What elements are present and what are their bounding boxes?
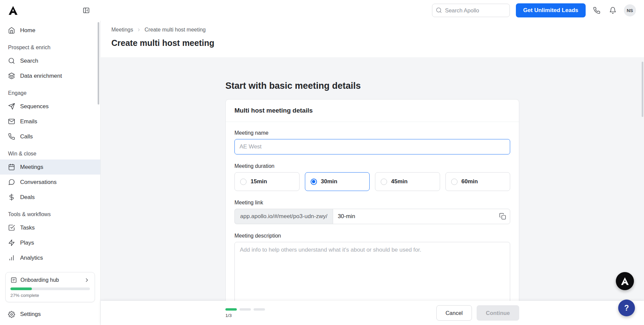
meeting-name-input[interactable]: [234, 139, 510, 154]
onboarding-progress-track: [10, 287, 90, 290]
avatar[interactable]: NS: [624, 4, 636, 16]
question-mark-icon: ?: [624, 304, 629, 313]
send-icon: [8, 103, 15, 110]
step-bar-1: [225, 308, 237, 311]
onboarding-progress-fill: [10, 287, 32, 290]
radio-icon: [381, 179, 387, 185]
card-title: Multi host meeting details: [234, 107, 510, 114]
footer-actions: Cancel Continue: [436, 305, 519, 321]
sidebar-item-label: Tasks: [20, 224, 35, 231]
apollo-logo-icon[interactable]: [8, 5, 18, 15]
sidebar-item-label: Plays: [20, 240, 34, 246]
main-area: Meetings Create multi host meeting Creat…: [101, 21, 644, 325]
sidebar-item-deals[interactable]: Deals: [0, 190, 100, 205]
sidebar-nav: Home Prospect & enrich Search Data enric…: [0, 21, 100, 269]
search-input[interactable]: [432, 4, 510, 17]
sidebar-item-search[interactable]: Search: [0, 53, 100, 68]
onboarding-progress-text: 27% complete: [10, 293, 90, 298]
meeting-name-field: Meeting name: [234, 130, 510, 154]
sidebar-item-label: Search: [20, 58, 38, 64]
card-header: Multi host meeting details: [226, 100, 519, 122]
step-progress: 1/3: [225, 308, 265, 318]
copy-icon[interactable]: [499, 213, 506, 220]
section-heading: Start with basic meeting details: [225, 81, 519, 91]
search-icon: [8, 57, 15, 64]
sidebar-item-label: Analytics: [20, 255, 43, 261]
onboarding-label: Onboarding hub: [20, 277, 59, 283]
sidebar-item-home[interactable]: Home: [0, 23, 100, 38]
sidebar-item-label: Sequences: [20, 103, 49, 110]
sidebar-section-engage: Engage: [0, 83, 100, 99]
breadcrumb-meetings-link[interactable]: Meetings: [111, 27, 133, 33]
step-bars: [225, 308, 265, 311]
sidebar-item-label: Conversations: [20, 179, 57, 186]
duration-options: 15min 30min 45min: [234, 172, 510, 191]
sidebar-section-prospect: Prospect & enrich: [0, 38, 100, 53]
meeting-description-input[interactable]: [234, 242, 510, 301]
sidebar-item-data-enrichment[interactable]: Data enrichment: [0, 68, 100, 83]
layers-icon: [8, 72, 15, 79]
gear-icon: [8, 311, 15, 318]
calendar-icon: [8, 164, 15, 171]
sidebar-item-label: Meetings: [20, 164, 43, 171]
apollo-assistant-button[interactable]: [616, 272, 634, 290]
onboarding-hub-card[interactable]: Onboarding hub 27% complete: [5, 272, 95, 302]
sidebar-item-emails[interactable]: Emails: [0, 114, 100, 129]
sidebar-toggle-icon[interactable]: [81, 5, 91, 15]
duration-option-45min[interactable]: 45min: [375, 172, 440, 191]
sidebar-item-calls[interactable]: Calls: [0, 129, 100, 144]
phone-icon[interactable]: [592, 5, 602, 15]
sidebar-item-label: Emails: [20, 118, 37, 125]
sidebar-item-analytics[interactable]: Analytics: [0, 250, 100, 265]
duration-option-label: 45min: [391, 178, 408, 185]
topbar-right: Get Unlimited Leads NS: [432, 3, 644, 17]
sidebar-item-label: Home: [20, 27, 35, 34]
dollar-icon: [8, 194, 15, 201]
topbar: Get Unlimited Leads NS: [0, 0, 644, 21]
sidebar-item-conversations[interactable]: Conversations: [0, 175, 100, 190]
get-unlimited-leads-button[interactable]: Get Unlimited Leads: [516, 3, 586, 17]
meeting-link-slug-input[interactable]: [333, 209, 510, 224]
sidebar-scrollbar[interactable]: [98, 22, 99, 105]
continue-button[interactable]: Continue: [477, 305, 520, 321]
app-root: Get Unlimited Leads NS Home Prospect & e…: [0, 0, 644, 325]
sidebar-section-win-close: Win & close: [0, 144, 100, 159]
search-icon: [436, 7, 442, 13]
meeting-link-field: Meeting link app.apollo.io/#/meet/po3-ud…: [234, 200, 510, 224]
meeting-details-card: Multi host meeting details Meeting name …: [225, 99, 519, 301]
sidebar-item-meetings[interactable]: Meetings: [0, 159, 100, 175]
topbar-left: [0, 5, 101, 15]
sidebar-item-plays[interactable]: Plays: [0, 235, 100, 250]
sidebar-item-label: Deals: [20, 194, 35, 201]
sidebar-item-label: Calls: [20, 133, 33, 140]
duration-option-60min[interactable]: 60min: [445, 172, 511, 191]
page-title: Create multi host meeting: [111, 38, 644, 48]
chat-icon: [8, 179, 15, 186]
step-bar-3: [254, 308, 265, 311]
duration-option-30min[interactable]: 30min: [305, 172, 370, 191]
radio-icon: [451, 179, 458, 185]
sidebar-section-tools: Tools & workflows: [0, 205, 100, 220]
meeting-link-row: app.apollo.io/#/meet/po3-udn-zwy/: [234, 209, 510, 224]
main-scrollbar[interactable]: [642, 62, 643, 117]
wizard-footer: 1/3 Cancel Continue: [101, 301, 644, 325]
mail-icon: [8, 118, 15, 125]
sidebar-item-label: Data enrichment: [20, 73, 62, 79]
chevron-right-icon[interactable]: [84, 277, 90, 283]
duration-option-15min[interactable]: 15min: [234, 172, 300, 191]
sidebar-item-settings[interactable]: Settings: [0, 306, 100, 322]
meeting-name-label: Meeting name: [234, 130, 510, 136]
bell-icon[interactable]: [608, 5, 618, 15]
help-button[interactable]: ?: [618, 300, 635, 316]
sidebar-item-sequences[interactable]: Sequences: [0, 99, 100, 114]
meeting-link-prefix: app.apollo.io/#/meet/po3-udn-zwy/: [234, 209, 333, 224]
home-icon: [8, 27, 15, 34]
breadcrumb: Meetings Create multi host meeting: [111, 27, 644, 33]
meeting-link-label: Meeting link: [234, 200, 510, 206]
sidebar-item-tasks[interactable]: Tasks: [0, 220, 100, 235]
page-content: Start with basic meeting details Multi h…: [101, 57, 644, 301]
cancel-button[interactable]: Cancel: [436, 305, 472, 321]
global-search[interactable]: [432, 4, 510, 17]
step-bar-2: [239, 308, 251, 311]
sidebar: Home Prospect & enrich Search Data enric…: [0, 21, 101, 325]
